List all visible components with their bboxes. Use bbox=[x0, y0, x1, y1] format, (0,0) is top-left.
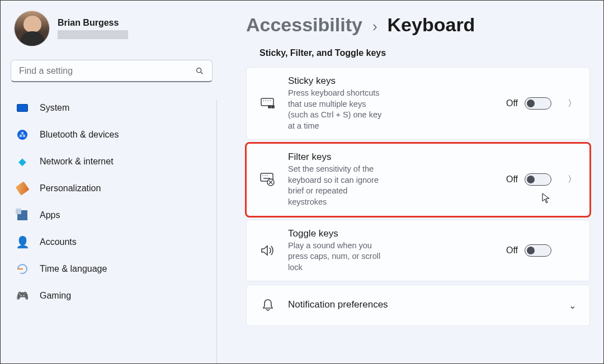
svg-point-0 bbox=[197, 68, 201, 72]
sidebar: Brian Burgess System ⁂ Bluetooth & devic… bbox=[1, 1, 223, 363]
wifi-icon: ◆ bbox=[16, 155, 29, 168]
brush-icon bbox=[16, 182, 29, 195]
section-heading: Sticky, Filter, and Toggle keys bbox=[259, 48, 590, 58]
svg-line-1 bbox=[201, 72, 202, 74]
main-content: Accessibility › Keyboard Sticky, Filter,… bbox=[223, 1, 603, 363]
bluetooth-icon: ⁂ bbox=[16, 129, 29, 141]
search-icon bbox=[195, 67, 204, 75]
search-input[interactable] bbox=[19, 66, 195, 76]
sidebar-item-bluetooth[interactable]: ⁂ Bluetooth & devices bbox=[10, 122, 211, 147]
svg-rect-8 bbox=[272, 106, 274, 108]
sidebar-item-system[interactable]: System bbox=[10, 96, 211, 120]
sidebar-item-label: Accounts bbox=[40, 237, 77, 247]
apps-icon bbox=[16, 209, 29, 221]
sidebar-item-gaming[interactable]: 🎮 Gaming bbox=[10, 283, 211, 308]
sidebar-item-network[interactable]: ◆ Network & internet bbox=[10, 149, 211, 174]
cursor-icon bbox=[542, 193, 551, 207]
sidebar-item-time[interactable]: Time & language bbox=[10, 257, 211, 281]
breadcrumb-parent[interactable]: Accessibility bbox=[246, 14, 362, 36]
chevron-right-icon: › bbox=[372, 18, 378, 35]
svg-rect-7 bbox=[268, 106, 271, 108]
setting-card-notification-preferences[interactable]: Notification preferences ⌄ bbox=[246, 285, 590, 326]
sidebar-item-label: Bluetooth & devices bbox=[40, 130, 119, 140]
setting-title: Notification preferences bbox=[288, 299, 414, 310]
profile-block[interactable]: Brian Burgess bbox=[14, 11, 217, 46]
toggle-state-label: Off bbox=[506, 98, 518, 108]
toggle-state-label: Off bbox=[506, 245, 518, 256]
search-box[interactable] bbox=[11, 60, 213, 82]
toggle-switch[interactable] bbox=[525, 244, 551, 257]
bell-icon bbox=[259, 299, 277, 312]
sidebar-item-accounts[interactable]: 👤 Accounts bbox=[10, 230, 211, 254]
speaker-icon bbox=[259, 244, 277, 257]
setting-title: Filter keys bbox=[288, 152, 386, 163]
breadcrumb: Accessibility › Keyboard bbox=[246, 14, 590, 36]
sidebar-item-label: Time & language bbox=[40, 264, 107, 274]
chevron-right-icon[interactable]: 〉 bbox=[563, 98, 582, 110]
setting-description: Play a sound when you press caps, num, o… bbox=[288, 240, 386, 273]
sidebar-item-apps[interactable]: Apps bbox=[10, 203, 211, 228]
setting-description: Press keyboard shortcuts that use multip… bbox=[288, 88, 386, 131]
sidebar-nav: System ⁂ Bluetooth & devices ◆ Network &… bbox=[10, 96, 217, 308]
toggle-switch[interactable] bbox=[525, 173, 551, 186]
avatar bbox=[14, 11, 50, 46]
setting-title: Sticky keys bbox=[288, 75, 386, 87]
setting-card-sticky-keys[interactable]: Sticky keys Press keyboard shortcuts tha… bbox=[246, 67, 590, 140]
svg-rect-2 bbox=[261, 98, 273, 106]
person-icon: 👤 bbox=[16, 236, 29, 248]
setting-card-filter-keys[interactable]: Filter keys Set the sensitivity of the k… bbox=[246, 143, 590, 216]
breadcrumb-current: Keyboard bbox=[388, 14, 475, 36]
setting-title: Toggle keys bbox=[288, 228, 386, 239]
setting-card-toggle-keys[interactable]: Toggle keys Play a sound when you press … bbox=[246, 220, 590, 282]
setting-description: Set the sensitivity of the keyboard so i… bbox=[288, 164, 386, 207]
keyboard-filter-icon bbox=[259, 173, 277, 186]
sidebar-item-label: Apps bbox=[40, 210, 60, 220]
toggle-switch[interactable] bbox=[525, 97, 551, 110]
sidebar-item-label: Personalization bbox=[40, 183, 101, 193]
chevron-right-icon[interactable]: 〉 bbox=[563, 174, 582, 186]
gamepad-icon: 🎮 bbox=[16, 290, 29, 302]
sidebar-item-label: System bbox=[40, 103, 69, 113]
chevron-down-icon[interactable]: ⌄ bbox=[563, 300, 582, 311]
toggle-state-label: Off bbox=[506, 174, 518, 185]
sidebar-item-label: Network & internet bbox=[40, 157, 114, 167]
sidebar-item-label: Gaming bbox=[40, 291, 71, 301]
keyboard-icon bbox=[259, 98, 277, 109]
profile-email-redacted bbox=[58, 30, 128, 39]
sidebar-item-personalization[interactable]: Personalization bbox=[10, 176, 211, 201]
profile-name: Brian Burgess bbox=[58, 18, 128, 28]
clock-globe-icon bbox=[16, 263, 29, 275]
display-icon bbox=[16, 102, 29, 114]
